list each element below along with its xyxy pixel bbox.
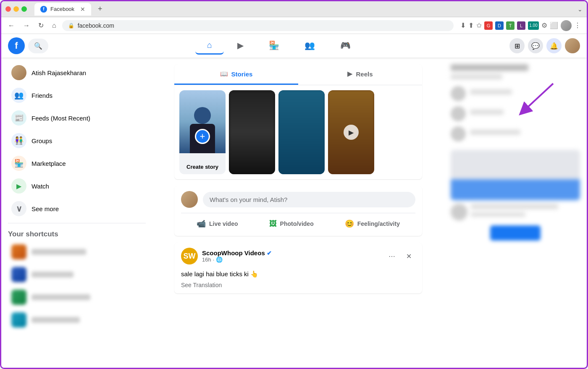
video-nav-icon: ▶: [237, 40, 244, 50]
nav-gaming[interactable]: 🎮: [328, 37, 362, 55]
tab-reels[interactable]: ▶ Reels: [298, 64, 422, 85]
url-text: facebook.com: [78, 22, 114, 29]
facebook-app: f 🔍 ⌂ ▶ 🏪: [1, 34, 587, 368]
sidebar-item-feeds[interactable]: 📰 Feeds (Most Recent): [5, 107, 149, 129]
search-icon: 🔍: [34, 42, 42, 50]
composer-avatar: [181, 191, 198, 208]
post-author-name: ScoopWhoop Videos ✔: [202, 249, 381, 256]
marketplace-nav-icon: 🏪: [269, 40, 279, 50]
live-video-icon: 📹: [197, 219, 206, 228]
stories-container: + Create story: [174, 85, 422, 179]
close-traffic-light[interactable]: [5, 6, 11, 12]
bell-icon: 🔔: [550, 42, 558, 50]
sidebar-watch-label: Watch: [32, 183, 49, 190]
right-contact-1: [451, 86, 580, 101]
sidebar-item-watch[interactable]: ▶ Watch: [5, 175, 149, 197]
verified-badge-icon: ✔: [267, 250, 272, 256]
notifications-button[interactable]: 🔔: [546, 38, 562, 53]
more-options-icon[interactable]: ⋮: [574, 21, 581, 29]
sidebar-marketplace-label: Marketplace: [32, 160, 66, 167]
traffic-lights: [5, 6, 27, 12]
nav-groups[interactable]: 👥: [293, 37, 327, 55]
puzzle-icon[interactable]: ⚙: [541, 21, 547, 29]
friends-icon: 👥: [11, 88, 26, 103]
home-button[interactable]: ⌂: [50, 20, 59, 31]
shortcut-item-2[interactable]: [5, 264, 149, 285]
reels-tab-label: Reels: [356, 71, 373, 78]
shortcuts-title: Your shortcuts: [1, 227, 152, 240]
reels-tab-icon: ▶: [347, 70, 352, 78]
live-video-label: Live video: [209, 220, 238, 227]
maximize-traffic-light[interactable]: [21, 6, 27, 12]
search-button[interactable]: 🔍: [28, 39, 48, 53]
sidebar-friends-label: Friends: [32, 92, 52, 99]
reload-button[interactable]: ↻: [36, 20, 46, 31]
sidebar-profile-link[interactable]: Atish Rajasekharan: [5, 62, 149, 84]
menu-button[interactable]: ⊞: [509, 38, 525, 53]
extension-4-icon[interactable]: L: [517, 21, 525, 30]
new-tab-button[interactable]: +: [98, 5, 102, 13]
extension-2-icon[interactable]: D: [495, 21, 504, 30]
extension-counter-icon[interactable]: 1.00: [528, 21, 539, 30]
shortcut-item-3[interactable]: [5, 286, 149, 308]
photo-video-button[interactable]: 🖼 Photo/video: [264, 217, 319, 231]
create-story-item[interactable]: + Create story: [179, 90, 226, 174]
story-item-3[interactable]: [278, 90, 325, 174]
tab-dropdown[interactable]: ⌄: [578, 6, 583, 13]
extension-1-icon[interactable]: G: [484, 21, 493, 30]
extension-3-icon[interactable]: T: [506, 21, 514, 30]
photo-video-icon: 🖼: [269, 220, 277, 228]
sidebar-item-marketplace[interactable]: 🏪 Marketplace: [5, 152, 149, 174]
shortcut-item-4[interactable]: [5, 309, 149, 331]
groups-nav-icon: 👥: [304, 40, 315, 50]
tab-stories[interactable]: 📖 Stories: [174, 64, 298, 85]
post-menu-button[interactable]: ⋯: [385, 249, 399, 263]
split-screen-icon[interactable]: ⬜: [550, 21, 558, 29]
chrome-profile-icon[interactable]: [561, 20, 572, 31]
nav-video[interactable]: ▶: [226, 37, 255, 55]
sidebar-divider: [8, 223, 146, 223]
sidebar-item-friends[interactable]: 👥 Friends: [5, 84, 149, 106]
sidebar-profile-avatar: [11, 65, 26, 80]
post-header: SW ScoopWhoop Videos ✔ 16h ·: [181, 248, 415, 264]
composer-divider: [181, 213, 415, 213]
create-story-label: Create story: [179, 164, 226, 170]
feeling-activity-button[interactable]: 😊 Feeling/activity: [340, 217, 405, 231]
user-profile-button[interactable]: [565, 38, 580, 53]
messenger-button[interactable]: 💬: [528, 38, 543, 53]
story-item-4[interactable]: ▶: [328, 90, 374, 174]
nav-home[interactable]: ⌂: [195, 37, 224, 55]
stories-tab-icon: 📖: [220, 70, 228, 78]
browser-tab[interactable]: f Facebook ✕: [34, 3, 91, 16]
fb-logo[interactable]: f: [8, 37, 25, 54]
shortcut-item-1[interactable]: [5, 241, 149, 263]
sidebar-item-groups[interactable]: 👫 Groups: [5, 130, 149, 152]
tab-close-button[interactable]: ✕: [80, 6, 85, 13]
bookmark-icon[interactable]: ✩: [476, 21, 482, 29]
back-button[interactable]: ←: [5, 20, 17, 31]
download-icon[interactable]: ⬇: [460, 21, 466, 29]
post-time: 16h · 🌐: [202, 256, 381, 263]
stories-tabs: 📖 Stories ▶ Reels: [174, 64, 422, 85]
fb-header: f 🔍 ⌂ ▶ 🏪: [1, 34, 587, 58]
fb-favicon-tab: f: [40, 6, 47, 13]
fb-feed: 📖 Stories ▶ Reels: [152, 58, 444, 368]
right-sidebar: [444, 58, 587, 368]
sidebar-item-see-more[interactable]: ∨ See more: [5, 198, 149, 220]
post-input[interactable]: What's on your mind, Atish?: [203, 192, 415, 207]
create-story-plus-icon: +: [195, 129, 210, 144]
post-close-button[interactable]: ✕: [402, 249, 415, 263]
photo-video-label: Photo/video: [280, 220, 314, 227]
nav-marketplace[interactable]: 🏪: [257, 37, 291, 55]
left-sidebar: Atish Rajasekharan 👥 Friends 📰 Feeds (Mo…: [1, 58, 152, 368]
story-item-2[interactable]: [229, 90, 275, 174]
tab-title: Facebook: [50, 6, 74, 12]
stories-tab-label: Stories: [231, 71, 253, 78]
live-video-button[interactable]: 📹 Live video: [192, 217, 243, 231]
see-translation-link[interactable]: See Translation: [181, 282, 415, 288]
url-bar[interactable]: 🔒 facebook.com: [62, 20, 454, 31]
sidebar-see-more-label: See more: [32, 205, 59, 212]
forward-button[interactable]: →: [21, 20, 32, 31]
minimize-traffic-light[interactable]: [13, 6, 19, 12]
share-icon[interactable]: ⬆: [468, 21, 474, 29]
